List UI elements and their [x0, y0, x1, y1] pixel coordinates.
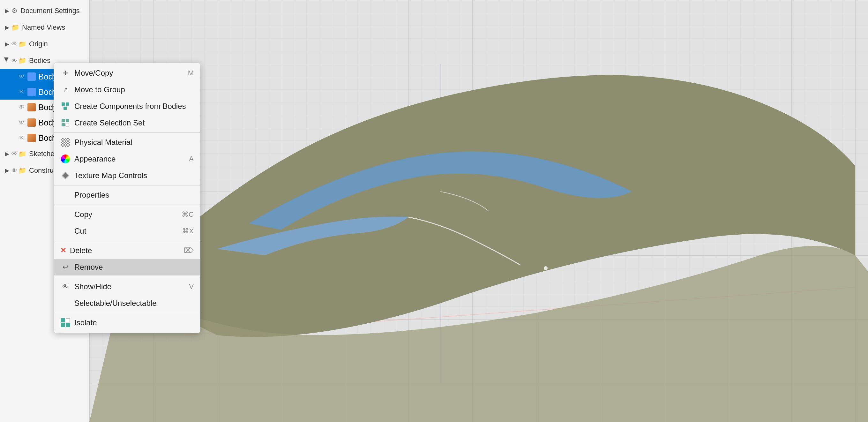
- menu-item-label: Create Selection Set: [74, 118, 194, 127]
- folder-icon: 📁: [19, 40, 27, 48]
- menu-shortcut: ⌘C: [182, 210, 194, 219]
- components-icon: [60, 101, 70, 112]
- svg-rect-10: [66, 119, 69, 122]
- menu-item-label: Move to Group: [74, 85, 194, 94]
- menu-item-create-components[interactable]: Create Components from Bodies: [54, 98, 200, 115]
- gear-icon: ⚙: [11, 7, 18, 15]
- sidebar-item-origin[interactable]: ▶ 👁 📁 Origin: [0, 36, 89, 52]
- eye-icon: 👁: [11, 57, 17, 64]
- eye-icon: 👁: [18, 103, 26, 111]
- menu-item-label: Physical Material: [74, 138, 194, 147]
- move-icon: ✛: [60, 68, 70, 78]
- menu-item-isolate[interactable]: Isolate: [54, 314, 200, 331]
- menu-item-texture-map[interactable]: Texture Map Controls: [54, 167, 200, 184]
- separator-5: [54, 277, 200, 277]
- menu-item-label: Selectable/Unselectable: [74, 299, 194, 308]
- menu-shortcut: V: [189, 282, 194, 291]
- delete-icon: ✕: [60, 246, 66, 255]
- remove-icon: ↩: [60, 262, 70, 272]
- eye-icon: 👁: [18, 134, 26, 142]
- expand-icon: ▶: [4, 151, 10, 157]
- expand-arrow-icon: ▶: [4, 57, 10, 64]
- sidebar-item-label: Document Settings: [21, 7, 80, 15]
- sidebar-item-document-settings[interactable]: ▶ ⚙ Document Settings: [0, 3, 89, 19]
- menu-item-label: Copy: [74, 210, 182, 219]
- selection-icon: [60, 118, 70, 128]
- body-icon: [27, 88, 36, 96]
- sidebar-item-label: Bodies: [29, 57, 51, 65]
- menu-item-show-hide[interactable]: 👁 Show/Hide V: [54, 278, 200, 295]
- menu-item-remove[interactable]: ↩ Remove: [54, 259, 200, 275]
- svg-rect-8: [63, 107, 67, 110]
- menu-item-appearance[interactable]: Appearance A: [54, 151, 200, 167]
- eye-icon: 👁: [11, 167, 17, 174]
- eye-icon: 👁: [11, 151, 17, 157]
- menu-item-physical-material[interactable]: Physical Material: [54, 134, 200, 151]
- expand-icon: ▶: [4, 41, 10, 47]
- separator-3: [54, 205, 200, 205]
- expand-icon: ▶: [4, 167, 10, 174]
- folder-icon: 📁: [19, 57, 27, 64]
- separator-1: [54, 132, 200, 133]
- appearance-icon: [60, 154, 70, 164]
- eye-icon: 👁: [18, 73, 26, 81]
- isolate-icon: [60, 318, 70, 328]
- sidebar-item-label: Named Views: [22, 23, 65, 32]
- menu-item-cut[interactable]: Cut ⌘X: [54, 223, 200, 239]
- folder-icon: 📁: [19, 167, 27, 174]
- menu-item-copy[interactable]: Copy ⌘C: [54, 206, 200, 223]
- move-group-icon: ↗: [60, 85, 70, 95]
- menu-shortcut: ⌦: [184, 246, 194, 255]
- menu-shortcut: M: [188, 69, 194, 77]
- svg-rect-9: [62, 119, 65, 122]
- eye-icon: 👁: [18, 88, 26, 96]
- menu-item-label: Texture Map Controls: [74, 171, 194, 180]
- menu-item-label: Appearance: [74, 154, 189, 163]
- menu-item-label: Cut: [74, 227, 182, 236]
- menu-shortcut: ⌘X: [182, 227, 194, 235]
- menu-item-label: Create Components from Bodies: [74, 102, 194, 111]
- context-menu: ✛ Move/Copy M ↗ Move to Group Create Com…: [54, 63, 200, 333]
- separator-6: [54, 313, 200, 313]
- menu-item-label: Remove: [74, 263, 194, 272]
- cut-icon: [60, 226, 70, 236]
- svg-point-5: [544, 266, 548, 270]
- menu-item-create-selection-set[interactable]: Create Selection Set: [54, 115, 200, 131]
- 3d-scene: [89, 0, 868, 422]
- copy-icon: [60, 209, 70, 220]
- expand-icon: ▶: [4, 8, 10, 14]
- svg-rect-7: [66, 102, 69, 106]
- menu-item-label: Delete: [70, 246, 184, 255]
- menu-shortcut: A: [189, 155, 194, 163]
- menu-item-delete[interactable]: ✕ Delete ⌦: [54, 242, 200, 259]
- body-icon: [27, 134, 36, 142]
- body-icon: [27, 118, 36, 127]
- svg-rect-12: [66, 123, 69, 126]
- separator-4: [54, 241, 200, 241]
- body-icon: [27, 72, 36, 81]
- menu-item-label: Show/Hide: [74, 282, 189, 291]
- expand-icon: ▶: [4, 24, 10, 31]
- properties-icon: [60, 190, 70, 200]
- menu-item-label: Isolate: [74, 318, 194, 327]
- separator-2: [54, 185, 200, 185]
- texture-icon: [60, 171, 70, 181]
- svg-rect-11: [62, 123, 65, 126]
- folder-icon: 📁: [19, 150, 27, 158]
- svg-rect-6: [62, 102, 65, 106]
- menu-item-properties[interactable]: Properties: [54, 187, 200, 203]
- menu-item-move-to-group[interactable]: ↗ Move to Group: [54, 81, 200, 98]
- menu-item-label: Move/Copy: [74, 69, 188, 78]
- folder-icon: 📁: [11, 24, 20, 31]
- menu-item-label: Properties: [74, 190, 194, 200]
- eye-icon: 👁: [18, 119, 26, 126]
- menu-item-move-copy[interactable]: ✛ Move/Copy M: [54, 65, 200, 81]
- sidebar-item-named-views[interactable]: ▶ 📁 Named Views: [0, 19, 89, 36]
- checkerboard-icon: [60, 137, 70, 148]
- menu-item-selectable[interactable]: Selectable/Unselectable: [54, 295, 200, 311]
- sidebar-item-label: Origin: [29, 40, 48, 48]
- selectable-icon: [60, 298, 70, 308]
- body-icon: [27, 103, 36, 112]
- eye-menu-icon: 👁: [60, 281, 70, 292]
- eye-icon: 👁: [11, 41, 17, 48]
